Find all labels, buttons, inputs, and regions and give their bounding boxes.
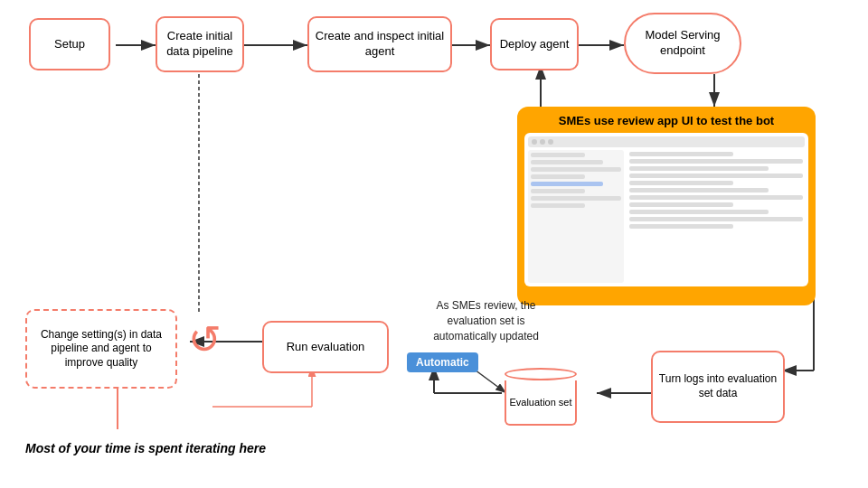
setup-node: Setup bbox=[29, 18, 110, 70]
smes-callout: As SMEs review, the evaluation set is au… bbox=[416, 298, 556, 343]
screen-content bbox=[528, 150, 805, 283]
inspect-label: Create and inspect initial agent bbox=[315, 29, 445, 60]
automatic-label: Automatic bbox=[416, 356, 469, 369]
turn-logs-label: Turn logs into evaluation set data bbox=[658, 372, 778, 400]
dot1 bbox=[532, 139, 537, 145]
change-node: Change setting(s) in data pipeline and a… bbox=[25, 309, 177, 389]
bottom-text: Most of your time is spent iterating her… bbox=[25, 441, 266, 455]
screen-right bbox=[627, 150, 805, 283]
setup-label: Setup bbox=[54, 37, 85, 52]
diagram: Setup Create initial data pipeline Creat… bbox=[0, 0, 868, 488]
pipeline-node: Create initial data pipeline bbox=[156, 16, 244, 72]
smes-callout-label: As SMEs review, the evaluation set is au… bbox=[433, 299, 539, 343]
screen-header bbox=[528, 136, 805, 147]
run-eval-label: Run evaluation bbox=[287, 340, 365, 355]
serving-node: Model Serving endpoint bbox=[624, 13, 741, 74]
cycle-icon: ↺ bbox=[188, 316, 222, 362]
deploy-label: Deploy agent bbox=[500, 37, 570, 52]
turn-logs-node: Turn logs into evaluation set data bbox=[651, 351, 785, 423]
dot3 bbox=[548, 139, 553, 145]
bottom-text-label: Most of your time is spent iterating her… bbox=[25, 441, 266, 455]
screen-left bbox=[528, 150, 624, 283]
cylinder-top bbox=[505, 368, 577, 380]
eval-set-label: Evaluation set bbox=[509, 397, 571, 408]
eval-set-cylinder: Evaluation set bbox=[505, 366, 577, 427]
smes-title: SMEs use review app UI to test the bot bbox=[524, 114, 808, 127]
automatic-button[interactable]: Automatic bbox=[407, 352, 478, 372]
run-eval-node: Run evaluation bbox=[262, 321, 389, 373]
smes-review-box: SMEs use review app UI to test the bot bbox=[517, 107, 816, 305]
change-label: Change setting(s) in data pipeline and a… bbox=[33, 328, 170, 371]
screen-mockup bbox=[524, 133, 808, 286]
dot2 bbox=[540, 139, 545, 145]
cylinder-body: Evaluation set bbox=[505, 380, 577, 426]
inspect-node: Create and inspect initial agent bbox=[307, 16, 452, 72]
serving-label: Model Serving endpoint bbox=[631, 28, 734, 59]
pipeline-label: Create initial data pipeline bbox=[163, 29, 237, 60]
deploy-node: Deploy agent bbox=[490, 18, 579, 70]
